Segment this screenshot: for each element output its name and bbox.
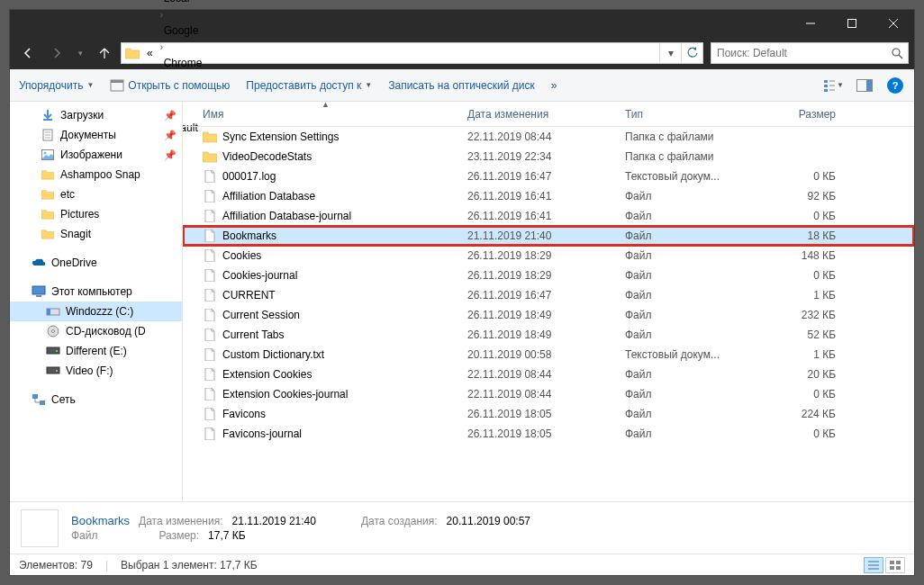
network-icon bbox=[32, 392, 46, 407]
nav-pane: Загрузки📌 Документы📌 Изображени📌 Ashampo… bbox=[10, 102, 183, 501]
file-type: Файл bbox=[618, 269, 753, 282]
file-row[interactable]: Current Session26.11.2019 18:49Файл232 К… bbox=[183, 305, 914, 325]
file-type: Файл bbox=[618, 309, 753, 321]
file-name: Current Session bbox=[222, 309, 300, 321]
file-row[interactable]: Current Tabs26.11.2019 18:49Файл52 КБ bbox=[183, 325, 914, 345]
sidebar-drive-d[interactable]: CD-дисковод (D bbox=[10, 321, 182, 341]
burn-button[interactable]: Записать на оптический диск bbox=[388, 79, 535, 92]
file-row[interactable]: CURRENT26.11.2019 16:47Файл1 КБ bbox=[183, 285, 914, 305]
drive-icon bbox=[46, 304, 60, 319]
file-type: Файл bbox=[618, 328, 753, 341]
file-row[interactable]: Cookies26.11.2019 18:29Файл148 КБ bbox=[183, 246, 914, 266]
maximize-button[interactable] bbox=[831, 10, 873, 37]
file-row[interactable]: Cookies-journal26.11.2019 18:29Файл0 КБ bbox=[183, 266, 914, 285]
content-area: Имя▲ Дата изменения Тип Размер Sync Exte… bbox=[183, 102, 914, 501]
file-size: 0 КБ bbox=[753, 269, 843, 282]
sidebar-documents[interactable]: Документы📌 bbox=[10, 125, 182, 145]
sidebar-drive-c[interactable]: Windozzz (C:) bbox=[10, 302, 182, 321]
details-filename: Bookmarks bbox=[71, 514, 130, 527]
share-menu[interactable]: Предоставить доступ к▼ bbox=[246, 79, 372, 92]
column-date[interactable]: Дата изменения bbox=[460, 102, 618, 126]
chevron-right-icon[interactable]: › bbox=[159, 10, 165, 20]
sidebar-pictures[interactable]: Pictures bbox=[10, 204, 182, 224]
file-icon bbox=[203, 229, 217, 243]
file-icon bbox=[203, 347, 217, 362]
file-name: 000017.log bbox=[222, 170, 276, 183]
sidebar-onedrive[interactable]: OneDrive bbox=[10, 253, 182, 273]
chevron-right-icon[interactable]: › bbox=[159, 42, 165, 52]
file-row[interactable]: Affiliation Database26.11.2019 16:41Файл… bbox=[183, 186, 914, 206]
file-row[interactable]: Bookmarks21.11.2019 21:40Файл18 КБ bbox=[183, 226, 914, 246]
svg-rect-7 bbox=[111, 80, 123, 83]
file-row[interactable]: Extension Cookies-journal22.11.2019 08:4… bbox=[183, 384, 914, 404]
help-button[interactable]: ? bbox=[885, 76, 905, 95]
up-button[interactable] bbox=[92, 40, 117, 66]
forward-button[interactable] bbox=[44, 40, 69, 66]
sidebar-drive-f[interactable]: Video (F:) bbox=[10, 361, 182, 381]
file-name: Extension Cookies-journal bbox=[222, 388, 348, 400]
file-date: 26.11.2019 18:49 bbox=[460, 328, 618, 341]
svg-rect-23 bbox=[32, 286, 45, 294]
sidebar-drive-e[interactable]: Different (E:) bbox=[10, 341, 182, 361]
file-list[interactable]: Sync Extension Settings22.11.2019 08:44П… bbox=[183, 127, 914, 501]
file-icon bbox=[203, 387, 217, 401]
svg-point-4 bbox=[892, 49, 900, 56]
computer-icon bbox=[32, 284, 46, 299]
sidebar-etc[interactable]: etc bbox=[10, 184, 182, 204]
details-view-button[interactable] bbox=[864, 557, 883, 573]
file-row[interactable]: Extension Cookies22.11.2019 08:44Файл20 … bbox=[183, 364, 914, 384]
breadcrumb-segment[interactable]: Local bbox=[159, 0, 218, 8]
file-row[interactable]: 000017.log26.11.2019 16:47Текстовый доку… bbox=[183, 166, 914, 186]
svg-rect-10 bbox=[824, 89, 828, 92]
file-row[interactable]: Affiliation Database-journal26.11.2019 1… bbox=[183, 206, 914, 226]
pictures-icon bbox=[41, 148, 55, 162]
file-row[interactable]: VideoDecodeStats23.11.2019 22:34Папка с … bbox=[183, 147, 914, 166]
search-box[interactable] bbox=[711, 42, 909, 64]
sidebar-network[interactable]: Сеть bbox=[10, 390, 182, 410]
open-with-button[interactable]: Открыть с помощью bbox=[110, 79, 230, 92]
column-size[interactable]: Размер bbox=[753, 102, 843, 126]
svg-rect-1 bbox=[848, 20, 856, 28]
refresh-button[interactable] bbox=[681, 43, 702, 63]
sort-indicator-icon: ▲ bbox=[322, 102, 330, 109]
breadcrumb-segment[interactable]: Google bbox=[159, 21, 218, 40]
sidebar-thispc[interactable]: Этот компьютер bbox=[10, 282, 182, 302]
sidebar-snagit[interactable]: Snagit bbox=[10, 224, 182, 244]
organize-menu[interactable]: Упорядочить▼ bbox=[19, 79, 94, 92]
preview-pane-toggle[interactable] bbox=[855, 76, 874, 95]
file-date: 21.11.2019 21:40 bbox=[460, 230, 618, 242]
breadcrumb-prefix[interactable]: « bbox=[141, 43, 159, 63]
sidebar-images[interactable]: Изображени📌 bbox=[10, 145, 182, 165]
file-row[interactable]: Favicons-journal26.11.2019 18:05Файл0 КБ bbox=[183, 424, 914, 444]
svg-rect-24 bbox=[36, 295, 41, 297]
icons-view-button[interactable] bbox=[885, 557, 905, 573]
file-row[interactable]: Custom Dictionary.txt20.11.2019 00:58Тек… bbox=[183, 345, 914, 364]
back-button[interactable] bbox=[15, 40, 41, 66]
sidebar-downloads[interactable]: Загрузки📌 bbox=[10, 105, 182, 125]
file-row[interactable]: Favicons26.11.2019 18:05Файл224 КБ bbox=[183, 404, 914, 424]
file-row[interactable]: Sync Extension Settings22.11.2019 08:44П… bbox=[183, 127, 914, 147]
view-options[interactable]: ▼ bbox=[824, 76, 844, 95]
search-icon[interactable] bbox=[886, 47, 908, 59]
more-commands[interactable]: » bbox=[551, 79, 557, 92]
address-dropdown[interactable]: ▾ bbox=[659, 43, 681, 63]
file-name: Sync Extension Settings bbox=[222, 130, 339, 143]
file-icon bbox=[203, 308, 217, 322]
history-dropdown[interactable]: ▾ bbox=[73, 49, 88, 58]
address-bar[interactable]: « AppData›Local›Google›Chrome›User Data›… bbox=[121, 42, 703, 64]
svg-line-5 bbox=[899, 55, 902, 58]
column-name[interactable]: Имя▲ bbox=[183, 102, 460, 126]
file-name: Affiliation Database bbox=[222, 190, 315, 202]
file-type: Папка с файлами bbox=[618, 130, 753, 143]
pin-icon: 📌 bbox=[164, 110, 177, 122]
column-type[interactable]: Тип bbox=[618, 102, 753, 126]
svg-rect-31 bbox=[47, 367, 59, 374]
close-button[interactable] bbox=[873, 10, 914, 37]
file-type: Файл bbox=[618, 388, 753, 400]
file-name: Cookies bbox=[222, 249, 261, 262]
sidebar-ashampoo[interactable]: Ashampoo Snap bbox=[10, 165, 182, 184]
file-name: Bookmarks bbox=[222, 230, 276, 242]
selection-status: Выбран 1 элемент: 17,7 КБ bbox=[121, 559, 258, 572]
search-input[interactable] bbox=[711, 47, 886, 59]
minimize-button[interactable] bbox=[790, 10, 831, 37]
